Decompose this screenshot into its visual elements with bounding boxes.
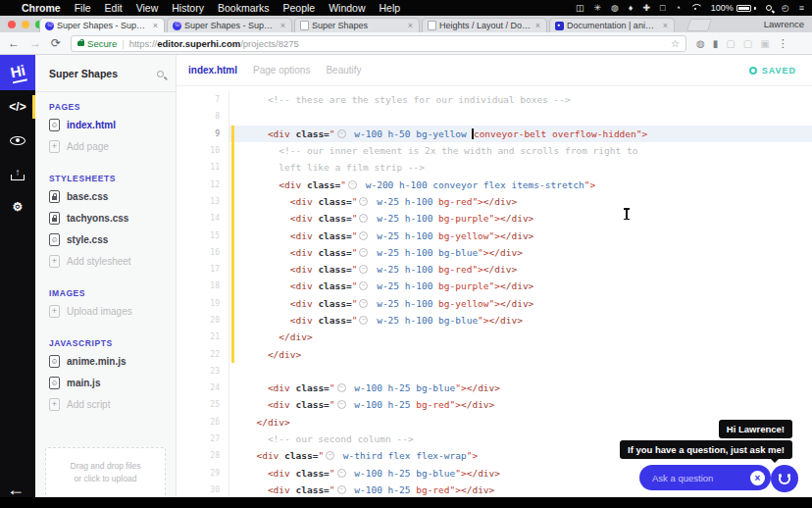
- chat-smiley-button[interactable]: [771, 465, 798, 492]
- collapsed-classes-icon[interactable]: −: [337, 400, 346, 409]
- menubar-item-edit[interactable]: Edit: [105, 2, 123, 14]
- sidebar-item-anime-min-js[interactable]: ☺anime.min.js: [49, 355, 176, 368]
- wifi-icon[interactable]: [690, 4, 701, 12]
- code-line-13[interactable]: 13 <div class="− w-25 h-100 bg-red"></di…: [177, 193, 812, 210]
- info-icon[interactable]: ◍: [611, 3, 619, 13]
- sidebar-item-style-css[interactable]: ☺style.css: [49, 233, 176, 246]
- extension-circle-icon[interactable]: ◍: [696, 38, 705, 49]
- sidebar-item-add-stylesheet[interactable]: +Add stylesheet: [49, 255, 176, 268]
- menubar-item-view[interactable]: View: [136, 2, 159, 14]
- code-line-18[interactable]: 18 <div class="− w-25 h-100 bg-purple"><…: [177, 278, 812, 294]
- collapsed-classes-icon[interactable]: −: [359, 299, 368, 308]
- spotlight-search-icon[interactable]: [766, 5, 772, 11]
- menubar-item-chrome[interactable]: Chrome: [22, 2, 61, 14]
- code-line-12[interactable]: 12 <div class="− w-200 h-100 conveyor fl…: [177, 176, 812, 192]
- menubar-item-window[interactable]: Window: [329, 2, 365, 14]
- browser-tab-4[interactable]: Heights / Layout / Docs / TAC×: [422, 18, 547, 32]
- collapsed-classes-icon[interactable]: −: [337, 485, 346, 494]
- share-upload-icon[interactable]: ↑: [0, 157, 35, 190]
- code-line-7[interactable]: 7 <!-- these are the styles for our indi…: [177, 91, 812, 108]
- extension-bar-icon[interactable]: ▮: [713, 38, 719, 49]
- code-line-20[interactable]: 20 <div class="− w-25 h-100 bg-blue"></d…: [177, 312, 812, 329]
- code-line-11[interactable]: 11 left like a film strip -->: [177, 159, 812, 176]
- editor-tab-index-html[interactable]: index.html: [188, 65, 237, 76]
- code-line-8[interactable]: 8: [177, 108, 812, 125]
- menubar-item-file[interactable]: File: [75, 2, 91, 14]
- code-line-15[interactable]: 15 <div class="− w-25 h-100 bg-yellow"><…: [177, 227, 812, 243]
- collapsed-classes-icon[interactable]: −: [337, 383, 346, 392]
- browser-tab-3[interactable]: Super Shapes×: [294, 18, 420, 32]
- browser-menu-icon[interactable]: ⋮: [778, 37, 788, 50]
- code-line-25[interactable]: 25 <div class="− w-100 h-25 bg-red"></di…: [177, 396, 812, 413]
- code-line-17[interactable]: 17 <div class="− w-25 h-100 bg-red"></di…: [177, 261, 812, 278]
- superhi-logo[interactable]: Hi: [0, 55, 35, 90]
- collapsed-classes-icon[interactable]: −: [359, 248, 368, 257]
- browser-tab-5[interactable]: Documentation | anime.js×: [549, 18, 675, 32]
- settings-gear-icon[interactable]: ⚙: [0, 190, 35, 224]
- code-line-14[interactable]: 14 <div class="− w-25 h-100 bg-purple"><…: [177, 210, 812, 227]
- code-line-26[interactable]: 26 </div>: [177, 414, 812, 431]
- search-icon[interactable]: [157, 71, 164, 77]
- tab-close-icon[interactable]: ×: [407, 21, 414, 30]
- preview-eye-icon[interactable]: [0, 124, 35, 157]
- tab-close-icon[interactable]: ×: [662, 21, 669, 30]
- clock-icon[interactable]: ◔: [675, 3, 680, 13]
- minimize-window-button[interactable]: [22, 21, 29, 28]
- menubar-item-bookmarks[interactable]: Bookmarks: [218, 2, 270, 14]
- sidebar-item-main-js[interactable]: ☺main.js: [49, 377, 176, 389]
- reload-icon[interactable]: ⟳: [51, 36, 61, 50]
- address-bar[interactable]: Secure | https://editor.superhi.com/proj…: [71, 35, 686, 52]
- tab-close-icon[interactable]: ×: [279, 21, 286, 30]
- extension-box-2-icon[interactable]: ▢: [743, 38, 752, 49]
- menubar-item-people[interactable]: People: [282, 2, 315, 14]
- tab-close-icon[interactable]: ×: [152, 21, 159, 30]
- code-line-21[interactable]: 21 </div>: [177, 329, 812, 345]
- bookmark-star-icon[interactable]: ☆: [671, 38, 680, 49]
- chat-close-icon[interactable]: ×: [750, 471, 765, 485]
- browser-tab-1[interactable]: Super Shapes - SuperHi×: [39, 18, 165, 32]
- close-window-button[interactable]: [8, 21, 16, 28]
- new-tab-button[interactable]: [686, 19, 712, 31]
- code-line-16[interactable]: 16 <div class="− w-25 h-100 bg-blue"></d…: [177, 244, 812, 261]
- sidebar-item-add-script[interactable]: +Add script: [49, 398, 176, 411]
- notification-center-icon[interactable]: ≡: [799, 3, 804, 13]
- extension-box-3-icon[interactable]: ▣: [760, 38, 769, 49]
- page-options-button[interactable]: Page options: [253, 65, 310, 76]
- collapsed-classes-icon[interactable]: −: [359, 197, 368, 206]
- code-line-23[interactable]: 23: [177, 363, 812, 380]
- keyboard-brightness-icon[interactable]: ✳: [593, 3, 601, 13]
- beautify-button[interactable]: Beautify: [326, 65, 361, 76]
- code-line-24[interactable]: 24 <div class="− w-100 h-25 bg-blue"></d…: [177, 380, 812, 396]
- collapsed-classes-icon[interactable]: −: [326, 451, 334, 460]
- window-icon[interactable]: □: [660, 3, 665, 13]
- sidebar-item-tachyons-css[interactable]: tachyons.css: [49, 212, 176, 225]
- display-icon[interactable]: ◫: [576, 3, 584, 13]
- collapsed-classes-icon[interactable]: −: [359, 265, 368, 274]
- tab-close-icon[interactable]: ×: [534, 21, 541, 30]
- code-line-19[interactable]: 19 <div class="− w-25 h-100 bg-yellow"><…: [177, 295, 812, 312]
- sidebar-item-add-page[interactable]: +Add page: [49, 140, 176, 153]
- browser-tab-2[interactable]: Super Shapes - SuperHi×: [167, 18, 292, 32]
- battery-indicator[interactable]: 100%: [711, 3, 756, 13]
- code-line-22[interactable]: 22 </div>: [177, 345, 812, 362]
- code-editor-icon[interactable]: </>: [0, 90, 35, 124]
- collapsed-classes-icon[interactable]: −: [337, 469, 346, 478]
- drop-icon[interactable]: ♦: [629, 3, 634, 13]
- menubar-item-history[interactable]: History: [172, 2, 204, 14]
- plus-icon[interactable]: ✚: [642, 3, 650, 13]
- collapsed-classes-icon[interactable]: −: [359, 214, 368, 223]
- sidebar-item-index-html[interactable]: ☺index.html: [49, 119, 176, 131]
- file-dropzone[interactable]: Drag and drop files or click to upload: [45, 447, 166, 498]
- code-line-10[interactable]: 10 <!-- our inner element is 2x the widt…: [177, 142, 812, 159]
- sidebar-item-upload-images[interactable]: +Upload images: [49, 305, 176, 318]
- menubar-item-help[interactable]: Help: [380, 2, 401, 14]
- back-icon[interactable]: ←: [8, 36, 20, 50]
- collapsed-classes-icon[interactable]: −: [359, 281, 368, 290]
- chat-input[interactable]: Ask a question ×: [639, 465, 771, 490]
- collapsed-classes-icon[interactable]: −: [337, 129, 346, 138]
- sidebar-item-base-css[interactable]: base.css: [49, 190, 176, 203]
- collapsed-classes-icon[interactable]: −: [359, 316, 368, 325]
- extension-box-1-icon[interactable]: ▢: [726, 38, 735, 49]
- code-line-9[interactable]: 9 <div class="− w-100 h-50 bg-yellow con…: [177, 126, 812, 142]
- browser-profile-name[interactable]: Lawrence: [764, 19, 804, 29]
